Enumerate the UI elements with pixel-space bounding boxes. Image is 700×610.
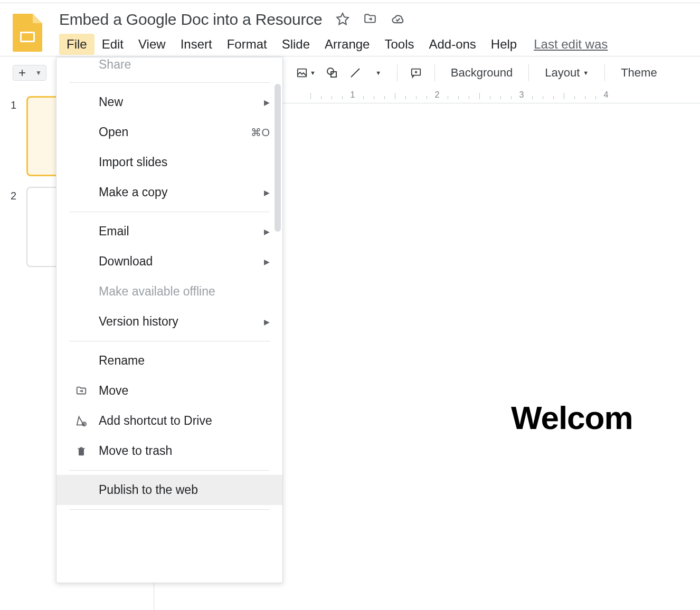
trash-icon — [73, 445, 89, 457]
plus-icon: + — [13, 65, 31, 80]
menu-view[interactable]: View — [131, 34, 173, 55]
menu-separator — [69, 509, 270, 510]
ruler-tick: 3 — [519, 90, 524, 100]
new-slide-button[interactable]: + ▼ — [13, 65, 46, 81]
menu-label: Download — [99, 254, 264, 269]
menu-format[interactable]: Format — [220, 34, 275, 55]
file-menu-email[interactable]: Email ▶ — [56, 216, 282, 246]
move-folder-icon[interactable] — [363, 12, 377, 28]
menu-tools[interactable]: Tools — [377, 34, 421, 55]
layout-label: Layout — [545, 66, 580, 80]
menu-label: Rename — [99, 354, 270, 368]
menu-label: Move to trash — [99, 444, 270, 458]
submenu-arrow-icon: ▶ — [264, 258, 270, 266]
menu-separator — [69, 470, 270, 471]
menu-addons[interactable]: Add-ons — [421, 34, 483, 55]
slide-canvas[interactable]: Welcom — [284, 103, 700, 610]
submenu-arrow-icon: ▶ — [264, 318, 270, 326]
divider — [434, 64, 435, 81]
menu-label: New — [99, 95, 264, 109]
file-menu-offline: Make available offline — [56, 277, 282, 307]
menu-label: Publish to the web — [99, 483, 270, 497]
last-edit-link[interactable]: Last edit was — [534, 37, 608, 52]
document-title[interactable]: Embed a Google Doc into a Resource — [59, 11, 322, 28]
line-dropdown[interactable]: ▼ — [368, 63, 389, 83]
menu-label: Move — [99, 384, 270, 398]
file-menu-make-copy[interactable]: Make a copy ▶ — [56, 177, 282, 207]
file-menu-import-slides[interactable]: Import slides — [56, 147, 282, 177]
submenu-arrow-icon: ▶ — [264, 227, 270, 236]
ruler-tick: 2 — [435, 90, 440, 100]
menu-insert[interactable]: Insert — [173, 34, 220, 55]
star-icon[interactable] — [336, 12, 349, 28]
cloud-saved-icon[interactable] — [391, 12, 405, 28]
menu-edit[interactable]: Edit — [94, 34, 131, 55]
menu-separator — [69, 212, 270, 212]
theme-button[interactable]: Theme — [613, 66, 664, 80]
menu-label: Email — [99, 224, 264, 239]
menu-label: Add shortcut to Drive — [99, 414, 270, 428]
file-menu-version-history[interactable]: Version history ▶ — [56, 307, 282, 337]
menu-shortcut: ⌘O — [251, 126, 270, 139]
menu-help[interactable]: Help — [484, 34, 524, 55]
menu-arrange[interactable]: Arrange — [317, 34, 377, 55]
background-button[interactable]: Background — [443, 66, 520, 80]
file-menu-download[interactable]: Download ▶ — [56, 246, 282, 277]
menu-file[interactable]: File — [59, 34, 94, 55]
file-menu-new[interactable]: New ▶ — [56, 87, 282, 117]
divider — [604, 64, 605, 81]
image-insert-button[interactable]: ▼ — [293, 63, 319, 83]
slide-number: 1 — [11, 96, 26, 111]
file-menu-move[interactable]: Move — [56, 376, 282, 406]
layout-button[interactable]: Layout ▼ — [537, 66, 596, 80]
menu-separator — [69, 82, 270, 83]
file-menu-share[interactable]: Share — [56, 58, 282, 78]
line-button[interactable] — [345, 63, 365, 83]
caret-down-icon: ▼ — [375, 70, 381, 76]
caret-down-icon[interactable]: ▼ — [31, 69, 46, 77]
file-menu-publish-web[interactable]: Publish to the web — [56, 475, 282, 505]
caret-down-icon: ▼ — [310, 70, 316, 76]
move-icon — [73, 385, 89, 397]
menu-label: Import slides — [99, 155, 270, 169]
divider — [528, 64, 529, 81]
file-menu-move-trash[interactable]: Move to trash — [56, 436, 282, 466]
submenu-arrow-icon: ▶ — [264, 98, 270, 107]
drive-shortcut-icon — [73, 415, 89, 427]
divider — [397, 64, 398, 81]
slides-logo[interactable] — [13, 14, 42, 52]
submenu-arrow-icon: ▶ — [264, 188, 270, 197]
ruler-tick: 1 — [351, 90, 355, 100]
menu-label: Make available offline — [99, 284, 270, 299]
file-menu-add-shortcut[interactable]: Add shortcut to Drive — [56, 406, 282, 436]
caret-down-icon: ▼ — [583, 70, 589, 76]
file-menu-open[interactable]: Open ⌘O — [56, 117, 282, 147]
canvas-heading: Welcom — [511, 399, 633, 436]
shape-button[interactable] — [322, 63, 342, 83]
menu-label: Share — [99, 58, 270, 72]
menu-label: Version history — [99, 314, 264, 329]
scrollbar[interactable] — [275, 84, 281, 232]
file-menu-rename[interactable]: Rename — [56, 346, 282, 376]
menu-label: Make a copy — [99, 185, 264, 199]
menu-slide[interactable]: Slide — [275, 34, 317, 55]
comment-button[interactable] — [406, 63, 426, 83]
ruler-tick: 4 — [604, 90, 609, 100]
menu-label: Open — [99, 125, 251, 139]
menu-separator — [69, 341, 270, 341]
slide-number: 2 — [11, 187, 26, 202]
file-dropdown-menu: Share New ▶ Open ⌘O Import slides Make a… — [56, 57, 283, 583]
